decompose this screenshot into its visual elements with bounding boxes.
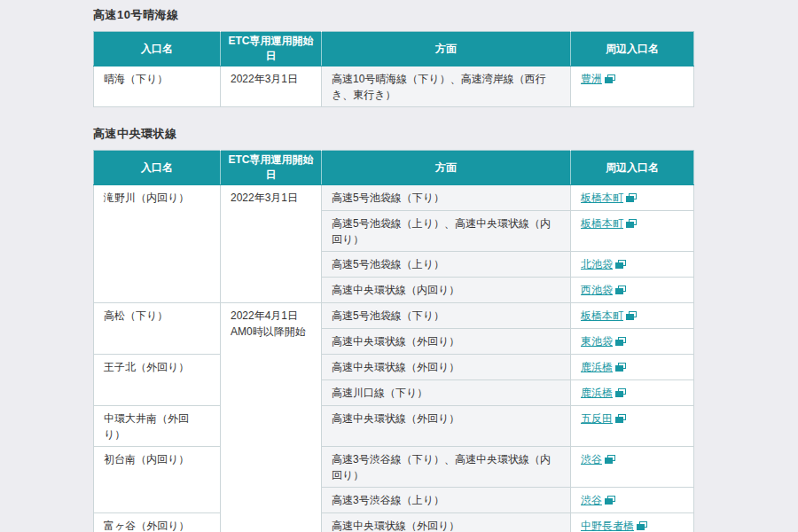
nearby-entrance-link[interactable]: 西池袋 [581, 284, 613, 296]
nearby-entrance-link[interactable]: 板橋本町 [581, 192, 623, 204]
header-row: 入口名ETC専用運用開始日方面周辺入口名 [94, 151, 694, 185]
table-row: 晴海（下り）2022年3月1日高速10号晴海線（下り）、高速湾岸線（西行き、東行… [94, 66, 694, 107]
line-section: 高速10号晴海線入口名ETC専用運用開始日方面周辺入口名晴海（下り）2022年3… [93, 7, 693, 107]
table-row: 中環大井南（外回り）高速中央環状線（外回り）五反田 [94, 406, 694, 447]
table-row: 滝野川（内回り）2022年3月1日高速5号池袋線（下り）板橋本町 [94, 185, 694, 211]
nearby-entrance-link[interactable]: 鹿浜橋 [581, 361, 613, 373]
nearby-entrance-cell: 西池袋 [571, 278, 694, 303]
nearby-entrance-link[interactable]: 東池袋 [581, 335, 613, 348]
open-map-window-icon [626, 309, 637, 325]
nearby-entrance-cell: 鹿浜橋 [571, 380, 694, 406]
open-map-window-icon [615, 283, 626, 299]
column-header: ETC専用運用開始日 [221, 151, 322, 185]
nearby-entrance-link[interactable]: 中野長者橋 [581, 520, 634, 532]
nearby-entrance-cell: 板橋本町 [571, 211, 694, 252]
nearby-entrance-link[interactable]: 板橋本町 [581, 217, 623, 230]
nearby-entrance-cell: 豊洲 [571, 66, 694, 107]
column-header: 方面 [322, 151, 571, 185]
etc-entrance-table: 入口名ETC専用運用開始日方面周辺入口名滝野川（内回り）2022年3月1日高速5… [93, 150, 694, 532]
direction-cell: 高速中央環状線（外回り） [322, 355, 571, 380]
section-title: 高速中央環状線 [93, 126, 693, 142]
direction-cell: 高速5号池袋線（上り） [322, 252, 571, 278]
nearby-entrance-cell: 板橋本町 [571, 185, 694, 211]
open-map-window-icon [637, 519, 647, 532]
nearby-entrance-link[interactable]: 北池袋 [581, 258, 613, 270]
direction-cell: 高速川口線（下り） [322, 380, 571, 406]
date-cell: 2022年3月1日 [221, 66, 322, 107]
line-section: 高速中央環状線入口名ETC専用運用開始日方面周辺入口名滝野川（内回り）2022年… [93, 126, 693, 532]
entrance-cell: 中環大井南（外回り） [94, 406, 221, 447]
entrance-cell: 晴海（下り） [94, 66, 221, 107]
nearby-entrance-link[interactable]: 渋谷 [581, 453, 602, 466]
page-content: 高速10号晴海線入口名ETC専用運用開始日方面周辺入口名晴海（下り）2022年3… [93, 0, 693, 532]
column-header: 周辺入口名 [571, 32, 694, 66]
open-map-window-icon [615, 360, 626, 376]
column-header: 方面 [322, 32, 571, 66]
date-cell: 2022年3月1日 [221, 185, 322, 303]
column-header: 周辺入口名 [571, 151, 694, 185]
direction-cell: 高速5号池袋線（下り） [322, 185, 571, 211]
nearby-entrance-cell: 東池袋 [571, 329, 694, 355]
open-map-window-icon [605, 493, 615, 509]
table-row: 高松（下り）2022年4月1日 AM0時以降開始高速5号池袋線（下り）板橋本町 [94, 303, 694, 329]
open-map-window-icon [615, 411, 626, 427]
entrance-cell: 高松（下り） [94, 303, 221, 355]
direction-cell: 高速中央環状線（内回り） [322, 278, 571, 303]
header-row: 入口名ETC専用運用開始日方面周辺入口名 [94, 32, 694, 66]
open-map-window-icon [615, 334, 626, 350]
entrance-cell: 王子北（外回り） [94, 355, 221, 406]
direction-cell: 高速3号渋谷線（上り） [322, 488, 571, 513]
column-header: ETC専用運用開始日 [221, 32, 322, 66]
nearby-entrance-link[interactable]: 五反田 [581, 412, 613, 425]
nearby-entrance-link[interactable]: 板橋本町 [581, 309, 623, 322]
nearby-entrance-cell: 渋谷 [571, 447, 694, 488]
open-map-window-icon [626, 216, 637, 232]
column-header: 入口名 [94, 32, 221, 66]
etc-entrance-table: 入口名ETC専用運用開始日方面周辺入口名晴海（下り）2022年3月1日高速10号… [93, 31, 694, 107]
nearby-entrance-cell: 鹿浜橋 [571, 355, 694, 380]
table-row: 王子北（外回り）高速中央環状線（外回り）鹿浜橋 [94, 355, 694, 380]
column-header: 入口名 [94, 151, 221, 185]
open-map-window-icon [615, 257, 626, 273]
direction-cell: 高速5号池袋線（上り）、高速中央環状線（内回り） [322, 211, 571, 252]
nearby-entrance-link[interactable]: 鹿浜橋 [581, 387, 613, 399]
entrance-cell: 初台南（内回り） [94, 447, 221, 513]
open-map-window-icon [615, 386, 626, 402]
direction-cell: 高速5号池袋線（下り） [322, 303, 571, 329]
table-row: 初台南（内回り）高速3号渋谷線（下り）、高速中央環状線（内回り）渋谷 [94, 447, 694, 488]
direction-cell: 高速3号渋谷線（下り）、高速中央環状線（内回り） [322, 447, 571, 488]
direction-cell: 高速中央環状線（外回り） [322, 513, 571, 532]
nearby-entrance-cell: 中野長者橋 [571, 513, 694, 532]
date-cell: 2022年4月1日 AM0時以降開始 [221, 303, 322, 532]
direction-cell: 高速10号晴海線（下り）、高速湾岸線（西行き、東行き） [322, 66, 571, 107]
table-row: 富ヶ谷（外回り）高速中央環状線（外回り）中野長者橋 [94, 513, 694, 532]
open-map-window-icon [626, 191, 637, 207]
nearby-entrance-cell: 北池袋 [571, 252, 694, 278]
nearby-entrance-cell: 五反田 [571, 406, 694, 447]
open-map-window-icon [605, 452, 615, 468]
entrance-cell: 富ヶ谷（外回り） [94, 513, 221, 532]
nearby-entrance-cell: 板橋本町 [571, 303, 694, 329]
nearby-entrance-link[interactable]: 豊洲 [581, 73, 602, 85]
direction-cell: 高速中央環状線（外回り） [322, 329, 571, 355]
entrance-cell: 滝野川（内回り） [94, 185, 221, 303]
nearby-entrance-cell: 渋谷 [571, 488, 694, 513]
section-title: 高速10号晴海線 [93, 7, 693, 23]
direction-cell: 高速中央環状線（外回り） [322, 406, 571, 447]
open-map-window-icon [605, 72, 615, 88]
nearby-entrance-link[interactable]: 渋谷 [581, 494, 602, 506]
